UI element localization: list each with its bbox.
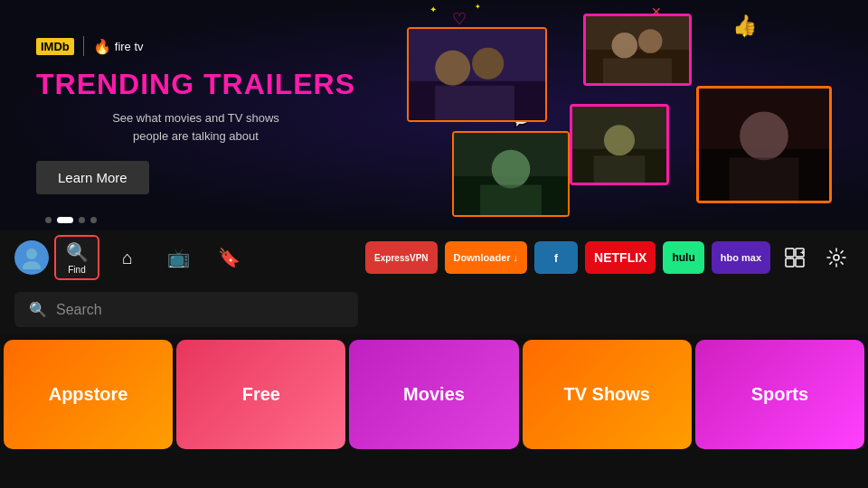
find-label: Find <box>68 265 85 275</box>
movie-frame-2[interactable] <box>583 14 692 86</box>
svg-rect-26 <box>786 249 794 257</box>
live-icon: 📺 <box>167 247 190 268</box>
sparkle-icon2: ✦ <box>475 3 481 11</box>
expressvpn-label: ExpressVPN <box>374 253 428 263</box>
svg-point-23 <box>23 261 41 269</box>
tvshows-label: TV Shows <box>563 384 650 405</box>
svg-text:+: + <box>800 249 805 257</box>
imdb-logo: IMDb <box>36 38 74 55</box>
svg-rect-13 <box>594 155 646 183</box>
flame-icon: 🔥 <box>93 38 111 55</box>
heart-icon: ♡ <box>452 9 467 29</box>
sports-tile[interactable]: Sports <box>695 340 864 449</box>
tvshows-tile[interactable]: TV Shows <box>523 340 692 449</box>
home-icon: ⌂ <box>122 248 133 268</box>
svg-point-7 <box>612 33 638 59</box>
bookmark-icon: 🔖 <box>218 247 241 268</box>
watchlist-nav-button[interactable]: 🔖 <box>206 235 251 280</box>
learn-more-button[interactable]: Learn More <box>36 161 149 194</box>
pagination-dots <box>45 217 97 223</box>
hero-title: TRENDING TRAILERS <box>36 69 355 100</box>
hbomax-label: hbo max <box>721 252 761 263</box>
svg-point-8 <box>638 29 663 53</box>
settings-button[interactable] <box>819 240 854 275</box>
svg-point-3 <box>472 48 504 80</box>
search-section: 🔍 Search <box>0 285 868 334</box>
grid-apps-button[interactable]: + <box>778 240 812 275</box>
search-icon: 🔍 <box>66 241 89 263</box>
search-icon-input: 🔍 <box>29 301 47 318</box>
user-avatar[interactable] <box>14 240 49 275</box>
svg-rect-28 <box>786 258 794 267</box>
dot-1[interactable] <box>45 217 52 223</box>
svg-point-16 <box>492 150 531 189</box>
movie-frame-4[interactable] <box>452 131 570 217</box>
movies-tile[interactable]: Movies <box>349 340 518 449</box>
firetv-logo: 🔥 fire tv <box>93 38 144 55</box>
sports-label: Sports <box>751 384 808 405</box>
downloader-label: Downloader ↓ <box>454 252 519 263</box>
home-nav-button[interactable]: ⌂ <box>105 235 150 280</box>
hero-subtitle: See what movies and TV shows people are … <box>36 109 355 145</box>
nav-bar: 🔍 Find ⌂ 📺 🔖 ExpressVPN Downloader ↓ f <box>0 230 868 285</box>
dot-3[interactable] <box>79 217 85 223</box>
hero-images-area: ♡ ✦ ✦ ✕ ✦ + 💬 👍 ✦ <box>344 0 868 230</box>
downloader-app[interactable]: Downloader ↓ <box>445 241 528 274</box>
expressvpn-app[interactable]: ExpressVPN <box>365 241 437 274</box>
free-label: Free <box>242 384 280 405</box>
dot-2[interactable] <box>57 217 73 223</box>
netflix-label: NETFLIX <box>594 250 646 265</box>
find-nav-button[interactable]: 🔍 Find <box>54 235 99 280</box>
nav-left-icons: 🔍 Find ⌂ 📺 🔖 <box>14 235 251 280</box>
movie-frame-3[interactable] <box>570 104 669 185</box>
svg-rect-4 <box>435 86 514 121</box>
svg-point-22 <box>26 249 37 259</box>
search-placeholder: Search <box>56 302 102 318</box>
live-nav-button[interactable]: 📺 <box>156 235 201 280</box>
movies-label: Movies <box>403 384 465 405</box>
hbomax-app[interactable]: hbo max <box>712 241 770 274</box>
hero-left-content: IMDb 🔥 fire tv TRENDING TRAILERS See wha… <box>36 36 355 194</box>
appstore-label: Appstore <box>49 384 128 405</box>
netflix-app[interactable]: NETFLIX <box>585 241 656 274</box>
hulu-app[interactable]: hulu <box>663 241 703 274</box>
svg-rect-29 <box>796 258 804 267</box>
hero-banner: IMDb 🔥 fire tv TRENDING TRAILERS See wha… <box>0 0 868 230</box>
movie-frame-1[interactable] <box>407 27 547 122</box>
appstore-tile[interactable]: Appstore <box>4 340 173 449</box>
svg-rect-9 <box>603 59 672 85</box>
search-bar[interactable]: 🔍 Search <box>14 292 358 327</box>
dot-4[interactable] <box>90 217 97 223</box>
brand-logos: IMDb 🔥 fire tv <box>36 36 355 56</box>
movie-frame-5[interactable] <box>696 86 832 203</box>
categories-row: Appstore Free Movies TV Shows Sports <box>0 334 868 455</box>
svg-point-12 <box>604 125 635 155</box>
svg-point-2 <box>435 51 470 86</box>
sparkle-icon4: ✦ <box>741 32 748 40</box>
free-tile[interactable]: Free <box>176 340 345 449</box>
sparkle-icon1: ✦ <box>429 5 437 14</box>
svg-point-31 <box>834 255 839 260</box>
svg-rect-21 <box>730 157 799 201</box>
svg-point-20 <box>740 112 788 161</box>
app-icons-row: ExpressVPN Downloader ↓ f NETFLIX hulu h… <box>365 240 854 275</box>
hulu-label: hulu <box>672 251 694 264</box>
logo-divider <box>83 36 84 56</box>
svg-rect-17 <box>480 185 542 216</box>
blue-app[interactable]: f <box>534 241 578 274</box>
